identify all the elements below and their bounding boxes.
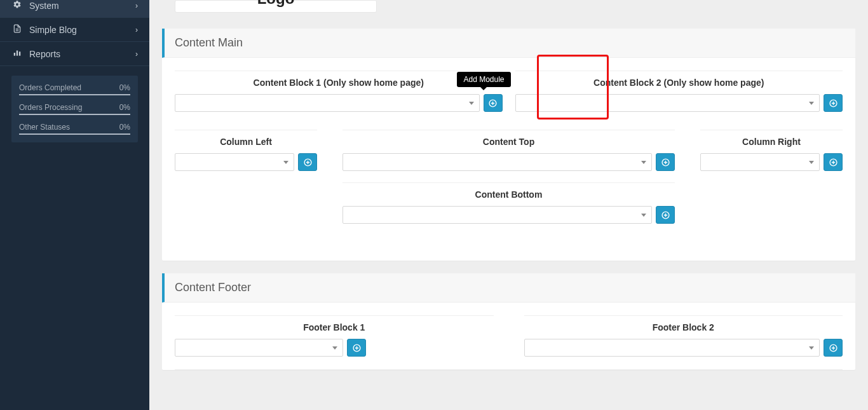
sidebar-item-simple-blog[interactable]: Simple Blog › [0, 18, 149, 42]
control-row: Add Module [175, 94, 503, 112]
module-select[interactable] [175, 153, 294, 171]
panel-content-footer: Content Footer Footer Block 1 [162, 273, 855, 370]
progress-bar [19, 133, 130, 135]
stat-label: Orders Completed [19, 83, 81, 92]
control-row [700, 153, 843, 171]
module-select[interactable] [342, 153, 652, 171]
sidebar-item-system[interactable]: System › [0, 0, 149, 18]
chevron-right-icon: › [135, 50, 138, 58]
caret-down-icon [809, 346, 814, 350]
module-select[interactable] [515, 94, 820, 112]
control-row [175, 339, 494, 357]
stat-label: Other Statuses [19, 123, 70, 132]
top-blocks-row: Content Block 1 (Only show home page) Ad… [175, 71, 843, 123]
content-block-1: Content Block 1 (Only show home page) Ad… [175, 71, 503, 123]
tooltip-add-module: Add Module [457, 72, 510, 87]
module-select[interactable] [175, 94, 480, 112]
panel-header: Content Footer [162, 273, 855, 303]
module-select[interactable] [524, 339, 820, 357]
bar-chart-icon [11, 48, 23, 59]
section-title: Content Block 2 (Only show home page) [515, 71, 843, 94]
caret-down-icon [283, 161, 288, 164]
module-select[interactable] [342, 206, 652, 224]
module-select[interactable] [175, 339, 343, 357]
gear-icon [11, 0, 23, 11]
caret-down-icon [809, 102, 814, 105]
section-title: Content Block 1 (Only show home page) [175, 71, 503, 94]
add-module-button[interactable] [824, 94, 843, 112]
stat-row-processing: Orders Processing 0% [19, 103, 130, 112]
stat-row-completed: Orders Completed 0% [19, 83, 130, 92]
add-module-button[interactable] [824, 153, 843, 171]
nav-label: System [29, 1, 135, 11]
divider [175, 369, 843, 370]
add-module-button[interactable] [656, 206, 675, 224]
footer-blocks-row: Footer Block 1 Footer Block 2 [175, 315, 843, 357]
section-title: Footer Block 2 [524, 316, 843, 339]
caret-down-icon [469, 102, 474, 105]
stat-value: 0% [119, 103, 130, 112]
sidebar-item-reports[interactable]: Reports › [0, 42, 149, 66]
section-title: Column Left [175, 130, 317, 153]
section-title: Footer Block 1 [175, 316, 494, 339]
footer-block-1: Footer Block 1 [175, 315, 494, 357]
add-module-button[interactable] [656, 153, 675, 171]
progress-bar [19, 94, 130, 95]
sidebar: System › Simple Blog › Reports › Orders … [0, 0, 149, 410]
column-left-section: Column Left [175, 130, 317, 235]
progress-bar [19, 114, 130, 115]
stat-value: 0% [119, 83, 130, 92]
file-icon [11, 24, 23, 35]
svg-rect-2 [14, 53, 15, 56]
center-column: Content Top Content Bottom [342, 130, 675, 235]
stats-box: Orders Completed 0% Orders Processing 0%… [11, 76, 138, 142]
nav-label: Reports [29, 49, 135, 59]
chevron-right-icon: › [135, 1, 138, 10]
module-select[interactable] [700, 153, 820, 171]
section-title: Column Right [700, 130, 843, 153]
nav-label: Simple Blog [29, 25, 135, 35]
content-block-2: Content Block 2 (Only show home page) [515, 71, 843, 123]
svg-rect-3 [17, 51, 18, 56]
add-module-button[interactable] [824, 339, 843, 357]
chevron-right-icon: › [135, 25, 138, 34]
panel-content-main: Content Main Content Block 1 (Only show … [162, 29, 855, 261]
caret-down-icon [332, 346, 337, 350]
stat-value: 0% [119, 123, 130, 132]
panel-body: Footer Block 1 Footer Block 2 [162, 303, 855, 370]
add-module-button[interactable] [347, 339, 366, 357]
add-module-button[interactable] [298, 153, 317, 171]
add-module-button[interactable] [484, 94, 503, 112]
main-content: Logo Content Main Content Block 1 (Only … [149, 0, 868, 410]
stat-row-other: Other Statuses 0% [19, 123, 130, 132]
control-row [175, 153, 317, 171]
control-row [342, 153, 675, 171]
content-columns-grid: Column Left Content Top [175, 130, 843, 235]
stat-label: Orders Processing [19, 103, 82, 112]
logo-preview-card: Logo [175, 0, 377, 13]
caret-down-icon [641, 161, 646, 164]
panel-body: Content Block 1 (Only show home page) Ad… [162, 58, 855, 261]
control-row [342, 206, 675, 224]
control-row [524, 339, 843, 357]
logo-text: Logo [257, 0, 295, 8]
footer-block-2: Footer Block 2 [524, 315, 843, 357]
panel-header: Content Main [162, 29, 855, 58]
svg-rect-4 [19, 51, 20, 55]
section-title: Content Top [342, 130, 675, 153]
app-root: System › Simple Blog › Reports › Orders … [0, 0, 868, 410]
caret-down-icon [809, 161, 814, 164]
section-title: Content Bottom [342, 183, 675, 206]
control-row [515, 94, 843, 112]
column-right-section: Column Right [700, 130, 843, 235]
caret-down-icon [641, 214, 646, 217]
